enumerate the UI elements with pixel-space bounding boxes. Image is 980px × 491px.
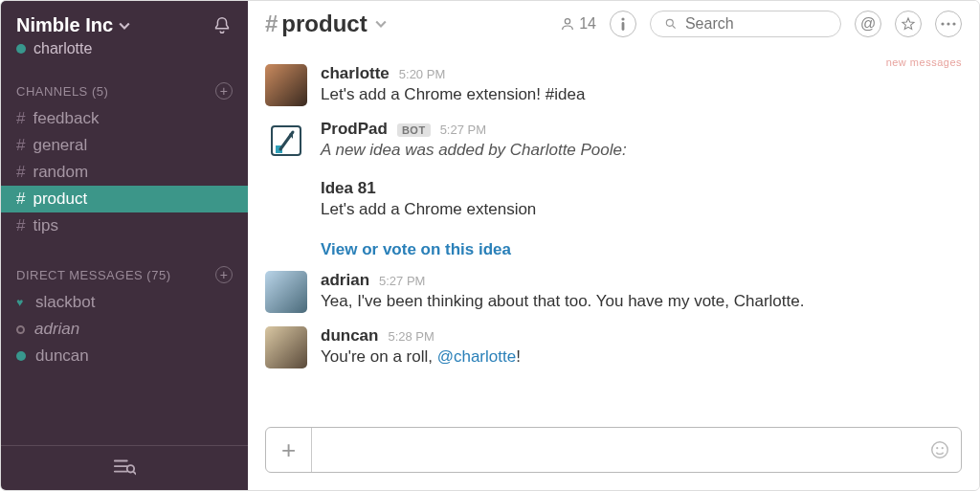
svg-rect-3: [622, 22, 625, 31]
at-icon: @: [860, 15, 876, 33]
user-mention[interactable]: @charlotte: [437, 347, 516, 366]
new-messages-label: new messages: [886, 56, 962, 68]
current-user[interactable]: charlotte: [1, 40, 248, 73]
smiley-icon: [929, 439, 950, 460]
svg-point-4: [666, 19, 673, 26]
idea-link[interactable]: View or vote on this idea: [321, 240, 511, 259]
message-time: 5:28 PM: [388, 329, 434, 344]
quick-switcher-icon: [113, 458, 136, 477]
dm-label: slackbot: [35, 293, 95, 312]
svg-point-11: [936, 447, 938, 449]
star-icon: [901, 16, 916, 32]
message-author[interactable]: charlotte: [321, 64, 390, 83]
quick-switcher-button[interactable]: [1, 445, 248, 490]
channel-label: feedback: [33, 109, 99, 128]
avatar[interactable]: [265, 326, 307, 368]
hash-icon: #: [265, 11, 278, 37]
sidebar-channel-tips[interactable]: tips: [1, 212, 248, 239]
star-button[interactable]: [895, 11, 922, 37]
workspace-name: Nimble Inc: [16, 14, 113, 36]
channel-label: product: [33, 190, 87, 209]
message-author[interactable]: ProdPad: [321, 120, 388, 139]
presence-online-icon: [16, 351, 26, 361]
idea-title: Idea 81: [321, 179, 952, 198]
channel-label: general: [33, 136, 87, 155]
add-dm-button[interactable]: +: [215, 266, 233, 283]
dm-label: DIRECT MESSAGES: [16, 268, 143, 282]
svg-point-10: [932, 442, 948, 458]
sidebar-dm-slackbot[interactable]: ♥slackbot: [1, 289, 248, 316]
search-icon: [664, 16, 678, 32]
ellipsis-icon: [941, 22, 956, 26]
presence-heart-icon: ♥: [16, 298, 26, 307]
message-author[interactable]: adrian: [321, 271, 369, 290]
bot-badge: BOT: [397, 123, 431, 137]
svg-point-5: [941, 22, 944, 25]
prodpad-logo-icon: [270, 124, 302, 157]
emoji-button[interactable]: [919, 439, 961, 460]
message-composer: +: [265, 427, 962, 473]
info-icon: [621, 17, 625, 31]
message: adrian 5:27 PM Yea, I've been thinking a…: [265, 271, 952, 313]
svg-point-1: [566, 19, 570, 24]
message-time: 5:27 PM: [379, 274, 425, 288]
sidebar-channel-feedback[interactable]: feedback: [1, 105, 248, 132]
message-text: Yea, I've been thinking about that too. …: [321, 292, 952, 311]
presence-away-icon: [16, 325, 25, 334]
sidebar-channel-product[interactable]: product: [1, 186, 248, 212]
message-time: 5:27 PM: [440, 123, 486, 137]
sidebar: Nimble Inc charlotte CHANNELS (5) + feed…: [1, 1, 248, 490]
dm-count: (75): [146, 268, 170, 282]
sidebar-channel-general[interactable]: general: [1, 132, 248, 159]
sidebar-dm-duncan[interactable]: duncan: [1, 343, 248, 369]
attach-button[interactable]: +: [266, 428, 312, 472]
svg-point-6: [947, 22, 949, 25]
members-count[interactable]: 14: [560, 15, 596, 33]
dm-label: duncan: [35, 346, 89, 366]
messages-pane[interactable]: charlotte 5:20 PM Let's add a Chrome ext…: [248, 47, 979, 421]
svg-point-2: [621, 17, 624, 20]
svg-point-12: [942, 447, 944, 449]
current-user-name: charlotte: [33, 40, 92, 57]
channel-info-button[interactable]: [610, 11, 636, 37]
avatar[interactable]: [265, 120, 307, 162]
presence-online-icon: [16, 44, 26, 54]
channels-section-header: CHANNELS (5) +: [1, 73, 248, 105]
channel-label: random: [33, 163, 88, 182]
channels-count: (5): [92, 84, 108, 99]
channel-label: tips: [33, 216, 57, 235]
message-author[interactable]: duncan: [321, 326, 378, 346]
add-channel-button[interactable]: +: [215, 82, 233, 100]
person-icon: [560, 16, 575, 32]
message-time: 5:20 PM: [399, 67, 445, 81]
avatar[interactable]: [265, 64, 307, 106]
sidebar-channel-random[interactable]: random: [1, 159, 248, 186]
channel-title[interactable]: #product: [265, 11, 387, 37]
dm-label: adrian: [34, 320, 79, 339]
workspace-switcher[interactable]: Nimble Inc: [16, 14, 130, 36]
avatar[interactable]: [265, 271, 307, 313]
workspace-header: Nimble Inc: [1, 1, 248, 40]
more-actions-button[interactable]: [935, 11, 962, 37]
channels-label: CHANNELS: [16, 84, 88, 99]
message: charlotte 5:20 PM Let's add a Chrome ext…: [265, 64, 952, 106]
message-text: Let's add a Chrome extension! #idea: [321, 85, 952, 104]
notifications-icon[interactable]: [212, 15, 233, 36]
message-attachment: Idea 81 Let's add a Chrome extension Vie…: [321, 179, 952, 259]
composer-input[interactable]: [312, 428, 919, 472]
members-number: 14: [579, 15, 596, 33]
message: duncan 5:28 PM You're on a roll, @charlo…: [265, 326, 952, 368]
chevron-down-icon: [375, 18, 387, 30]
main-panel: #product 14 @ new messages: [248, 1, 979, 490]
search-input[interactable]: [650, 11, 841, 37]
search-field[interactable]: [685, 15, 827, 33]
svg-point-7: [952, 22, 955, 25]
idea-text: Let's add a Chrome extension: [321, 200, 952, 219]
sidebar-dm-adrian[interactable]: adrian: [1, 316, 248, 343]
channel-header: #product 14 @: [248, 1, 979, 47]
dm-section-header: DIRECT MESSAGES (75) +: [1, 257, 248, 289]
mentions-button[interactable]: @: [855, 11, 881, 37]
message-text: A new idea was added by Charlotte Poole:: [321, 141, 952, 160]
channel-name: product: [281, 11, 367, 37]
chevron-down-icon: [119, 20, 130, 32]
